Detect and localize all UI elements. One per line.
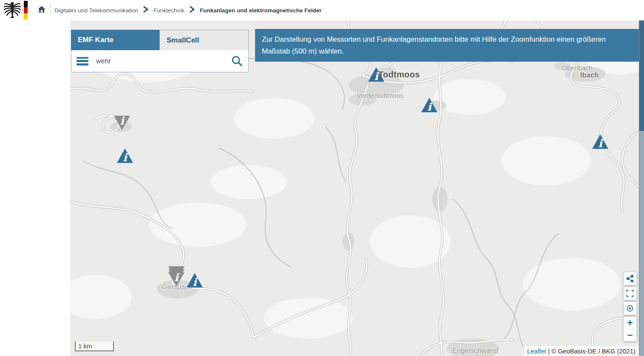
menu-hamburger-icon[interactable] [77,57,88,66]
breadcrumb-item-current: Funkanlagen und elektromagnetische Felde… [200,7,322,14]
share-button[interactable] [624,272,636,285]
zoom-hint-notice: Zur Darstellung von Messorten und Funkan… [255,29,639,62]
locate-target-icon [626,304,634,313]
map-copyright-text: | © GeoBasis-DE / BKG (2021) [548,347,635,355]
marker-measurement-gerspach[interactable]: i [167,271,185,289]
search-input[interactable] [95,57,230,66]
marker-radio-site-west[interactable]: i [116,148,134,165]
map-place-label: Vordertodtmoos [357,92,403,99]
breadcrumb-item-digitales[interactable]: Digitales und Telekommunikation [54,7,138,14]
search-submit-button[interactable] [230,55,243,68]
breadcrumb: Digitales und Telekommunikation Funktech… [54,0,321,20]
map-place-label: Engelschwand [452,347,498,355]
german-flag-stripe [24,1,28,20]
zoom-out-button[interactable]: − [624,329,636,341]
chevron-right-icon [143,6,148,15]
leaflet-attribution-link[interactable]: Leaflet [527,347,546,355]
site-header: Digitales und Telekommunikation Funktech… [0,0,644,20]
breadcrumb-item-funktechnik[interactable]: Funktechnik [153,7,184,14]
chevron-right-icon [190,6,195,15]
map-scale-bar: 1 km [75,342,114,351]
share-icon [626,274,634,283]
marker-radio-site-todtmoos[interactable]: i [367,66,385,84]
home-icon[interactable] [37,5,46,14]
zoom-in-button[interactable]: + [624,317,636,329]
marker-radio-site-gerspach[interactable]: i [186,272,204,290]
search-bar [71,50,249,72]
page-scrollbar[interactable] [639,20,644,356]
marker-measurement-site-west[interactable]: i [113,115,131,133]
federal-eagle-logo [3,1,21,21]
locate-button[interactable] [624,302,636,315]
marker-radio-site-east-of-todtmoos[interactable]: i [420,97,438,115]
marker-radio-site-near-ibach[interactable]: i [591,134,609,151]
header-divider [50,4,51,17]
search-icon [231,55,243,67]
map-attribution: Leaflet | © GeoBasis-DE / BKG (2021) [524,346,639,356]
leaflet-map[interactable]: TodtmoosVordertodtmoosOberibachIbachGers… [70,20,639,356]
emf-panel: EMF Karte SmallCell [71,30,249,72]
zoom-control: + − [624,317,636,341]
tab-smallcell[interactable]: SmallCell [159,30,249,50]
fullscreen-icon [626,289,634,298]
panel-tabs: EMF Karte SmallCell [71,30,249,50]
scrollbar-thumb[interactable] [639,20,644,131]
map-place-label: Ibach [580,71,599,79]
map-place-label: Oberibach [562,64,593,71]
tab-emf-karte[interactable]: EMF Karte [71,30,159,50]
fullscreen-button[interactable] [624,287,636,300]
